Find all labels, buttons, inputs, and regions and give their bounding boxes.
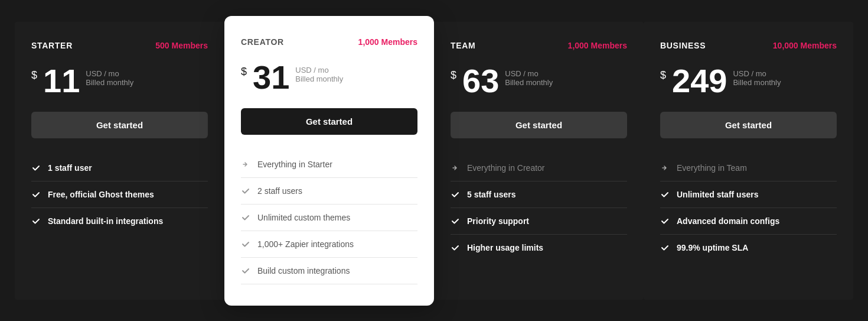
- plan-name: TEAM: [451, 41, 475, 50]
- get-started-button[interactable]: Get started: [241, 108, 417, 135]
- plan-card-team: TEAM 1,000 Members $ 63 USD / mo Billed …: [434, 22, 644, 300]
- plan-price-row: $ 11 USD / mo Billed monthly: [31, 64, 208, 98]
- price-dollar: $: [241, 66, 247, 78]
- feature-text: 2 staff users: [257, 186, 302, 196]
- feature-item: Higher usage limits: [451, 235, 627, 261]
- feature-text: Standard built-in integrations: [48, 216, 163, 226]
- arrow-icon: [660, 163, 670, 173]
- features-list: Everything in Team Unlimited staff users…: [660, 155, 837, 261]
- feature-text: Priority support: [467, 216, 529, 226]
- feature-text: 1,000+ Zapier integrations: [257, 239, 354, 249]
- feature-text: Advanced domain configs: [677, 216, 779, 226]
- feature-text: Everything in Creator: [467, 163, 545, 173]
- arrow-icon: [241, 160, 250, 169]
- price-usd: USD / mo: [295, 66, 343, 74]
- feature-text: Free, official Ghost themes: [48, 190, 154, 199]
- plan-members: 1,000 Members: [568, 41, 627, 50]
- check-icon: [660, 190, 670, 199]
- check-icon: [241, 266, 250, 275]
- price-meta: USD / mo Billed monthly: [295, 66, 343, 83]
- plan-header: BUSINESS 10,000 Members: [660, 41, 837, 50]
- price-dollar: $: [451, 69, 456, 82]
- check-icon: [451, 190, 460, 199]
- plan-header: CREATOR 1,000 Members: [241, 37, 417, 47]
- plan-name: STARTER: [31, 41, 73, 50]
- price-amount: 249: [672, 64, 727, 98]
- feature-item: 1 staff user: [31, 155, 208, 181]
- price-amount: 31: [253, 61, 289, 94]
- get-started-button[interactable]: Get started: [660, 112, 837, 138]
- feature-text: 1 staff user: [48, 163, 92, 173]
- feature-item: Free, official Ghost themes: [31, 181, 208, 208]
- get-started-button[interactable]: Get started: [451, 112, 627, 138]
- plan-price-row: $ 31 USD / mo Billed monthly: [241, 61, 417, 94]
- plan-name: CREATOR: [241, 37, 284, 47]
- check-icon: [31, 190, 41, 199]
- feature-item: Everything in Creator: [451, 155, 627, 181]
- price-meta: USD / mo Billed monthly: [86, 69, 133, 87]
- feature-item: 99.9% uptime SLA: [660, 235, 837, 261]
- plan-card-business: BUSINESS 10,000 Members $ 249 USD / mo B…: [644, 22, 853, 300]
- feature-text: 99.9% uptime SLA: [677, 243, 748, 252]
- plan-header: TEAM 1,000 Members: [451, 41, 627, 50]
- feature-text: Everything in Team: [677, 163, 747, 173]
- feature-item: 1,000+ Zapier integrations: [241, 231, 417, 258]
- feature-item: Priority support: [451, 208, 627, 235]
- price-usd: USD / mo: [86, 69, 133, 78]
- price-dollar: $: [31, 69, 37, 82]
- feature-item: 5 staff users: [451, 181, 627, 208]
- check-icon: [660, 243, 670, 252]
- feature-item: Everything in Team: [660, 155, 837, 181]
- price-amount: 63: [462, 64, 499, 98]
- price-meta: USD / mo Billed monthly: [733, 69, 781, 87]
- feature-text: Higher usage limits: [467, 243, 543, 252]
- feature-text: Build custom integrations: [257, 266, 350, 275]
- feature-item: Advanced domain configs: [660, 208, 837, 235]
- price-dollar: $: [660, 69, 666, 82]
- feature-item: Build custom integrations: [241, 258, 417, 284]
- pricing-container: STARTER 500 Members $ 11 USD / mo Billed…: [15, 22, 853, 300]
- feature-item: Standard built-in integrations: [31, 208, 208, 234]
- check-icon: [451, 243, 460, 252]
- feature-item: Unlimited custom themes: [241, 205, 417, 231]
- feature-item: Unlimited staff users: [660, 181, 837, 208]
- arrow-icon: [451, 163, 460, 173]
- price-billing: Billed monthly: [295, 74, 343, 83]
- check-icon: [241, 186, 250, 196]
- feature-text: Unlimited custom themes: [257, 213, 350, 222]
- feature-text: Everything in Starter: [257, 160, 332, 169]
- plan-price-row: $ 63 USD / mo Billed monthly: [451, 64, 627, 98]
- price-meta: USD / mo Billed monthly: [505, 69, 553, 87]
- feature-text: Unlimited staff users: [677, 190, 758, 199]
- features-list: 1 staff user Free, official Ghost themes…: [31, 155, 208, 234]
- plan-header: STARTER 500 Members: [31, 41, 208, 50]
- check-icon: [660, 216, 670, 226]
- price-billing: Billed monthly: [733, 78, 781, 87]
- plan-name: BUSINESS: [660, 41, 706, 50]
- plan-members: 1,000 Members: [358, 37, 417, 47]
- features-list: Everything in Creator 5 staff users Prio…: [451, 155, 627, 261]
- check-icon: [451, 216, 460, 226]
- get-started-button[interactable]: Get started: [31, 112, 208, 138]
- price-billing: Billed monthly: [505, 78, 553, 87]
- check-icon: [31, 216, 41, 226]
- price-usd: USD / mo: [733, 69, 781, 78]
- plan-card-starter: STARTER 500 Members $ 11 USD / mo Billed…: [15, 22, 224, 300]
- check-icon: [241, 239, 250, 249]
- plan-card-creator: CREATOR 1,000 Members $ 31 USD / mo Bill…: [224, 16, 434, 306]
- plan-members: 10,000 Members: [773, 41, 837, 50]
- feature-item: 2 staff users: [241, 178, 417, 205]
- price-billing: Billed monthly: [86, 78, 133, 87]
- feature-item: Everything in Starter: [241, 151, 417, 178]
- feature-text: 5 staff users: [467, 190, 515, 199]
- check-icon: [31, 163, 41, 173]
- price-usd: USD / mo: [505, 69, 553, 78]
- plan-price-row: $ 249 USD / mo Billed monthly: [660, 64, 837, 98]
- check-icon: [241, 213, 250, 222]
- price-amount: 11: [43, 64, 80, 98]
- plan-members: 500 Members: [155, 41, 208, 50]
- features-list: Everything in Starter 2 staff users Unli…: [241, 151, 417, 284]
